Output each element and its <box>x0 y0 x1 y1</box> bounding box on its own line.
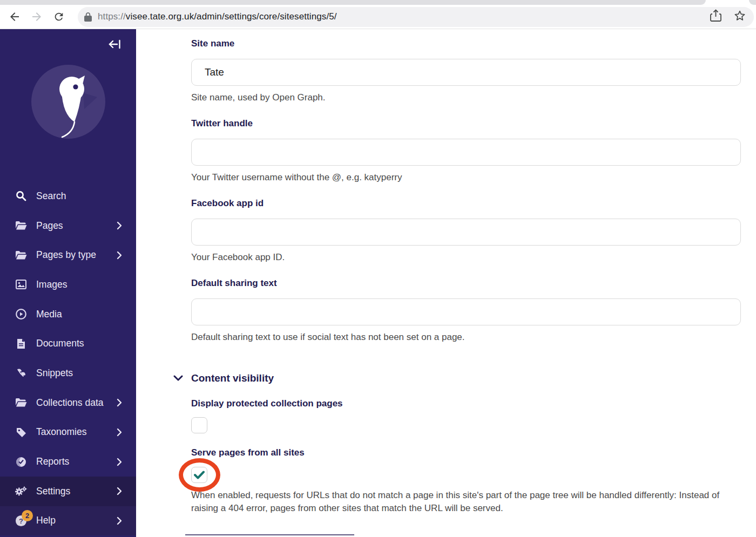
question-icon: ? 2 <box>15 515 27 527</box>
gears-icon <box>15 485 27 497</box>
serve-pages-checkbox-wrap <box>191 467 207 483</box>
field-help: Your Twitter username without the @, e.g… <box>191 172 741 182</box>
section-title: Content visibility <box>191 372 274 384</box>
sidebar-item-label: Help <box>36 515 116 526</box>
sidebar-item-label: Pages by type <box>36 249 116 261</box>
play-circle-icon <box>15 308 27 320</box>
tab-strip-bar <box>0 0 706 5</box>
sidebar-item-help[interactable]: ? 2 Help <box>0 506 136 536</box>
sidebar-item-label: Search <box>36 191 122 202</box>
field-label: Facebook app id <box>191 198 741 208</box>
sidebar-item-snippets[interactable]: Snippets <box>0 358 136 388</box>
sidebar-item-collections-data[interactable]: Collections data <box>0 388 136 418</box>
field-help: Site name, used by Open Graph. <box>191 92 741 103</box>
twitter-handle-input[interactable] <box>191 139 741 166</box>
url-bar[interactable]: https://visee.tate.org.uk/admin/settings… <box>78 7 754 27</box>
share-icon <box>710 9 721 22</box>
sidebar-item-label: Media <box>36 309 122 320</box>
sidebar-item-pages-by-type[interactable]: Pages by type <box>0 240 136 270</box>
chevron-right-icon <box>116 398 122 407</box>
back-button[interactable] <box>8 10 21 23</box>
document-icon <box>15 338 27 350</box>
reload-button[interactable] <box>52 10 65 23</box>
folder-icon <box>15 249 27 261</box>
field-help: Your Facebook app ID. <box>191 252 741 262</box>
content-visibility-section-header[interactable]: Content visibility <box>191 372 741 384</box>
back-arrow-icon <box>8 10 21 23</box>
chevron-right-icon <box>116 221 122 230</box>
bookmark-button[interactable] <box>733 9 746 24</box>
sidebar-item-label: Images <box>36 279 122 290</box>
sidebar-item-pages[interactable]: Pages <box>0 211 136 241</box>
sidebar-item-taxonomies[interactable]: Taxonomies <box>0 418 136 447</box>
field-facebook-app-id: Facebook app id Your Facebook app ID. <box>191 198 741 262</box>
facebook-app-id-input[interactable] <box>191 219 741 246</box>
sidebar-item-label: Taxonomies <box>36 426 116 438</box>
sidebar-item-search[interactable]: Search <box>0 181 136 211</box>
sidebar-item-label: Collections data <box>36 397 116 409</box>
serve-pages-checkbox[interactable] <box>191 467 207 483</box>
sidebar-item-label: Reports <box>36 456 116 467</box>
folder-icon <box>15 397 27 409</box>
sidebar-item-label: Pages <box>36 220 116 232</box>
chevron-right-icon <box>116 428 122 437</box>
tag-icon <box>15 426 27 438</box>
tab-strip <box>0 0 756 5</box>
forward-arrow-icon <box>30 10 43 23</box>
collapse-sidebar-button[interactable] <box>108 38 121 51</box>
url-text: https://visee.tate.org.uk/admin/settings… <box>98 11 704 22</box>
display-protected-checkbox[interactable] <box>191 417 207 433</box>
chevron-right-icon <box>116 251 122 260</box>
serve-pages-label: Serve pages from all sites <box>191 447 741 458</box>
reload-icon <box>53 11 65 23</box>
forward-button[interactable] <box>30 10 43 23</box>
field-site-name: Site name Site name, used by Open Graph. <box>191 38 741 103</box>
image-icon <box>15 278 27 290</box>
sidebar-item-label: Documents <box>36 338 122 349</box>
field-label: Site name <box>191 38 741 49</box>
browser-toolbar: https://visee.tate.org.uk/admin/settings… <box>0 5 756 29</box>
sidebar-menu: Search Pages Pages by type Images <box>0 181 136 535</box>
globe-icon <box>15 456 27 468</box>
serve-pages-help: When enabled, requests for URLs that do … <box>191 489 741 514</box>
sidebar: Search Pages Pages by type Images <box>0 29 136 537</box>
sidebar-item-images[interactable]: Images <box>0 270 136 300</box>
url-path: visee.tate.org.uk/admin/settings/core/si… <box>126 11 337 22</box>
chevron-right-icon <box>116 487 122 495</box>
browser-chrome: https://visee.tate.org.uk/admin/settings… <box>0 0 756 29</box>
star-icon <box>733 9 746 22</box>
sidebar-item-label: Settings <box>36 486 116 497</box>
display-protected-label: Display protected collection pages <box>191 398 741 409</box>
search-icon <box>15 190 27 202</box>
url-scheme: https:// <box>98 11 126 22</box>
field-twitter-handle: Twitter handle Your Twitter username wit… <box>191 118 741 182</box>
chevron-right-icon <box>116 458 122 466</box>
default-sharing-text-input[interactable] <box>191 298 741 325</box>
field-default-sharing-text: Default sharing text Default sharing tex… <box>191 278 741 342</box>
help-badge: 2 <box>22 510 33 521</box>
snippet-icon <box>15 367 27 379</box>
sidebar-item-media[interactable]: Media <box>0 300 136 329</box>
sidebar-item-label: Snippets <box>36 368 122 379</box>
padlock-icon <box>84 12 92 22</box>
sidebar-item-reports[interactable]: Reports <box>0 447 136 477</box>
field-label: Default sharing text <box>191 278 741 288</box>
settings-form: Site name Site name, used by Open Graph.… <box>136 29 756 537</box>
sidebar-item-documents[interactable]: Documents <box>0 329 136 358</box>
chevron-right-icon <box>116 516 122 525</box>
field-label: Twitter handle <box>191 118 741 128</box>
wagtail-logo <box>31 65 105 139</box>
divider <box>185 534 354 535</box>
folder-icon <box>15 220 27 232</box>
chevron-down-icon <box>173 373 184 384</box>
sidebar-item-settings[interactable]: Settings <box>0 477 136 506</box>
share-button[interactable] <box>710 9 721 24</box>
collapse-sidebar-icon <box>108 38 121 50</box>
tab-strip-corner <box>749 0 756 5</box>
field-help: Default sharing text to use if social te… <box>191 332 741 342</box>
site-name-input[interactable] <box>191 59 741 86</box>
